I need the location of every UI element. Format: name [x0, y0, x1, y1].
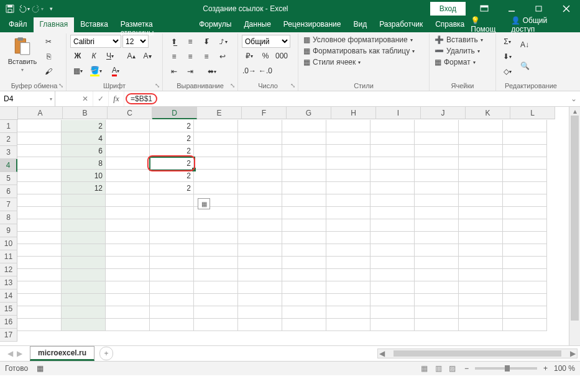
format-painter-icon[interactable]: 🖌 — [41, 65, 56, 78]
col-header[interactable]: K — [466, 107, 510, 119]
tab-file[interactable]: Файл — [2, 17, 34, 32]
align-bottom-icon[interactable]: ⬇̄ — [199, 35, 214, 48]
cell[interactable] — [238, 194, 282, 207]
col-header[interactable]: J — [421, 107, 466, 119]
cell[interactable] — [415, 120, 459, 132]
cell[interactable] — [238, 294, 282, 306]
cell[interactable] — [238, 269, 282, 281]
cell[interactable] — [238, 281, 282, 294]
cell[interactable] — [326, 170, 371, 182]
minimize-icon[interactable] — [498, 0, 525, 17]
cell[interactable] — [194, 281, 238, 294]
cancel-formula-icon[interactable]: ✕ — [78, 91, 93, 106]
cell[interactable] — [194, 244, 238, 257]
cell[interactable] — [194, 319, 238, 331]
view-pagelayout-icon[interactable]: ▥ — [433, 364, 444, 373]
cell[interactable] — [503, 219, 547, 232]
cell[interactable] — [503, 194, 547, 207]
font-dialog-icon[interactable]: ⤡ — [155, 82, 160, 89]
cell[interactable] — [17, 232, 62, 244]
font-name-combo[interactable]: Calibri — [70, 35, 121, 48]
cell[interactable] — [503, 157, 547, 170]
col-header[interactable]: I — [376, 107, 421, 119]
cell[interactable] — [459, 257, 503, 269]
cell[interactable] — [415, 294, 459, 306]
cell[interactable] — [62, 306, 106, 319]
cell[interactable] — [106, 157, 150, 170]
cell[interactable]: 2 — [150, 170, 194, 182]
cell[interactable] — [459, 132, 503, 145]
row-header[interactable]: 6 — [0, 185, 17, 198]
insert-cells-button[interactable]: ➕Вставить▾ — [433, 35, 484, 45]
cell[interactable]: 2 — [150, 182, 194, 194]
maximize-icon[interactable] — [525, 0, 553, 17]
cell[interactable] — [282, 244, 326, 257]
cell[interactable] — [282, 145, 326, 157]
cell[interactable] — [150, 194, 194, 207]
cell[interactable] — [194, 257, 238, 269]
share-button[interactable]: 👤 Общий доступ — [511, 16, 571, 34]
cell[interactable] — [503, 170, 547, 182]
cell[interactable] — [503, 232, 547, 244]
cell[interactable] — [106, 182, 150, 194]
cell[interactable] — [282, 194, 326, 207]
cell[interactable] — [106, 120, 150, 132]
cell[interactable] — [282, 281, 326, 294]
number-dialog-icon[interactable]: ⤡ — [290, 82, 295, 89]
cell[interactable] — [371, 269, 415, 281]
bold-button[interactable]: Ж — [70, 49, 85, 63]
cell[interactable] — [459, 170, 503, 182]
cell[interactable] — [106, 170, 150, 182]
cell[interactable]: 2 — [150, 132, 194, 145]
autosum-icon[interactable]: Σ▾ — [500, 35, 515, 48]
cell[interactable] — [459, 244, 503, 257]
cell[interactable] — [415, 157, 459, 170]
redo-icon[interactable]: ▾ — [31, 2, 44, 15]
cell[interactable] — [371, 182, 415, 194]
cell[interactable] — [194, 145, 238, 157]
cell[interactable] — [238, 319, 282, 331]
cell[interactable] — [238, 120, 282, 132]
cell[interactable] — [503, 306, 547, 319]
indent-increase-icon[interactable]: ⇥ — [183, 65, 198, 78]
cell[interactable] — [326, 145, 371, 157]
tab-insert[interactable]: Вставка — [74, 17, 114, 32]
cell[interactable] — [238, 232, 282, 244]
cell[interactable]: 12 — [62, 182, 106, 194]
cell[interactable] — [459, 219, 503, 232]
signin-button[interactable]: Вход — [430, 2, 466, 16]
delete-cells-button[interactable]: ➖Удалить▾ — [433, 46, 481, 56]
align-middle-icon[interactable]: ≡ — [183, 35, 198, 48]
cell[interactable] — [371, 219, 415, 232]
cell[interactable] — [62, 207, 106, 219]
cell[interactable] — [238, 306, 282, 319]
cell[interactable] — [326, 244, 371, 257]
align-center-icon[interactable]: ≡ — [183, 50, 198, 63]
row-header[interactable]: 15 — [0, 303, 17, 316]
cell[interactable] — [150, 257, 194, 269]
cell[interactable] — [150, 319, 194, 331]
cell[interactable] — [238, 145, 282, 157]
font-color-button[interactable]: A▾ — [106, 64, 125, 78]
col-header[interactable]: B — [63, 107, 108, 119]
cell[interactable] — [194, 157, 238, 170]
cell[interactable] — [459, 269, 503, 281]
cell[interactable] — [17, 132, 62, 145]
shrink-font-icon[interactable]: A▾ — [140, 49, 155, 63]
cell[interactable] — [371, 232, 415, 244]
row-header[interactable]: 14 — [0, 289, 17, 303]
cell[interactable] — [415, 207, 459, 219]
sort-filter-icon[interactable]: A↓ — [517, 35, 532, 55]
format-as-table-button[interactable]: ▦Форматировать как таблицу▾ — [302, 46, 416, 56]
cell[interactable] — [150, 244, 194, 257]
cell[interactable] — [106, 232, 150, 244]
comma-icon[interactable]: 000 — [274, 49, 289, 63]
format-cells-button[interactable]: ▦Формат▾ — [433, 57, 477, 67]
cell[interactable] — [17, 269, 62, 281]
cell[interactable] — [238, 170, 282, 182]
find-select-icon[interactable]: 🔍 — [517, 56, 532, 76]
paste-button[interactable]: Вставить ▾ — [6, 35, 39, 73]
row-header[interactable]: 4 — [0, 159, 17, 172]
cell[interactable] — [503, 182, 547, 194]
cell[interactable]: 10 — [62, 170, 106, 182]
